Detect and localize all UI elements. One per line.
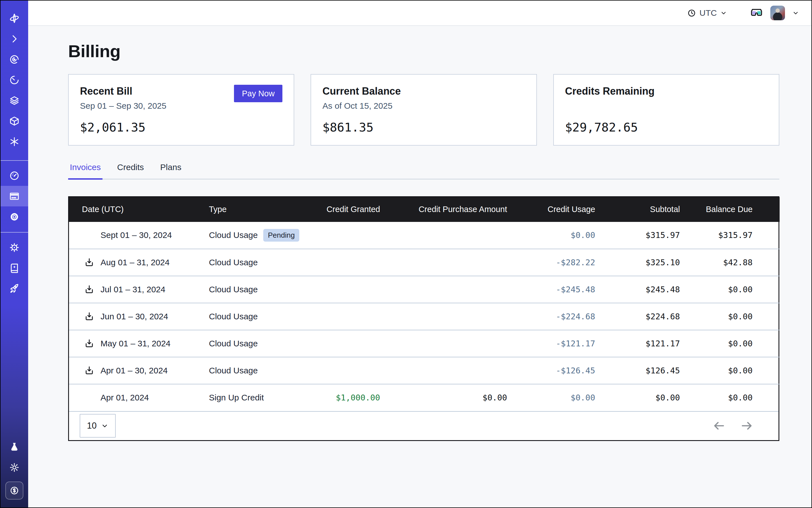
sidebar-item-services[interactable] (1, 131, 28, 152)
invoice-type-cell: Cloud Usage (209, 330, 307, 357)
sidebar-item-settings[interactable] (1, 206, 28, 227)
sidebar-item-docs[interactable] (1, 258, 28, 278)
subtotal-cell: $315.97 (595, 222, 680, 249)
sun-icon (9, 462, 20, 473)
spiral-eye-icon (9, 54, 20, 65)
sidebar-item-labs[interactable] (1, 436, 28, 457)
status-badge: Pending (263, 229, 299, 242)
invoice-type: Cloud Usage (209, 312, 258, 321)
user-menu-button[interactable] (792, 9, 799, 16)
table-row: Apr 01 – 30, 2024Cloud Usage-$126.45$126… (69, 357, 780, 384)
invoice-type: Cloud Usage (209, 258, 258, 267)
column-header: Type (209, 197, 307, 222)
download-icon (84, 311, 94, 322)
page-title: Billing (68, 41, 779, 61)
theme-toggle[interactable] (1, 457, 28, 477)
credit-purchase-cell (380, 249, 507, 276)
sidebar-item-layers[interactable] (1, 90, 28, 111)
credit-usage-cell: -$245.48 (507, 276, 595, 303)
tab-credits[interactable]: Credits (116, 163, 145, 180)
card-subtitle: As of Oct 15, 2025 (323, 101, 401, 111)
download-invoice-button[interactable] (84, 338, 94, 349)
credits-badge-button[interactable] (5, 481, 24, 500)
credit-purchase-cell (380, 303, 507, 330)
credit-purchase-cell (380, 330, 507, 357)
invoice-type-cell: Cloud Usage (209, 303, 307, 330)
table-row: Jul 01 – 31, 2024Cloud Usage-$245.48$245… (69, 276, 780, 303)
dollar-badge-icon (9, 485, 19, 496)
invoice-type: Cloud Usage (209, 339, 258, 348)
subtotal-cell: $0.00 (595, 384, 680, 411)
sidebar-item-launch[interactable] (1, 278, 28, 299)
current-balance-amount: $861.35 (323, 120, 525, 134)
download-invoice-button[interactable] (84, 311, 94, 322)
invoice-date-cell: May 01 – 31, 2024 (69, 330, 209, 357)
download-icon (84, 338, 94, 349)
timezone-selector[interactable]: UTC (687, 8, 727, 18)
invoice-type-cell: Cloud UsagePending (209, 222, 307, 249)
sidebar-expand[interactable] (1, 29, 28, 49)
credit-usage-cell: -$282.22 (507, 249, 595, 276)
book-sparkle-icon (9, 263, 20, 273)
card-title: Current Balance (323, 85, 401, 97)
download-icon (84, 366, 94, 376)
sidebar-item-billing[interactable] (1, 186, 28, 206)
invoice-date: May 01 – 31, 2024 (100, 339, 171, 348)
download-invoice-button[interactable] (84, 366, 94, 376)
balance-due-cell: $0.00 (680, 357, 780, 384)
topbar: UTC (28, 1, 811, 26)
pay-now-button[interactable]: Pay Now (234, 85, 283, 102)
tab-invoices[interactable]: Invoices (68, 163, 102, 180)
column-header: Balance Due (680, 197, 780, 222)
credit-usage-cell: $0.00 (507, 222, 595, 249)
sidebar-item-observe[interactable] (1, 49, 28, 70)
subtotal-cell: $121.17 (595, 330, 680, 357)
preview-glasses-button[interactable] (750, 6, 763, 19)
page-size-select[interactable]: 10 (80, 414, 116, 437)
download-invoice-button[interactable] (84, 257, 94, 267)
sidebar-divider (1, 160, 28, 161)
credits-remaining-amount: $29,782.65 (565, 120, 768, 134)
sidebar-item-packages[interactable] (1, 111, 28, 131)
download-invoice-button[interactable] (84, 285, 94, 295)
gear-icon (9, 211, 20, 222)
invoice-date-cell: Sept 01 – 30, 2024 (69, 222, 209, 249)
table-row: Sept 01 – 30, 2024Cloud UsagePending$0.0… (69, 222, 780, 249)
balance-due-cell: $315.97 (680, 222, 780, 249)
invoice-type-cell: Cloud Usage (209, 357, 307, 384)
invoice-type: Sign Up Credit (209, 393, 264, 403)
previous-page-button[interactable] (713, 419, 726, 432)
sidebar-item-history[interactable] (1, 70, 28, 90)
next-page-button[interactable] (740, 419, 753, 432)
user-avatar[interactable] (770, 6, 785, 20)
table-header-row: Date (UTC)TypeCredit GrantedCredit Purch… (69, 197, 780, 222)
card-title: Credits Remaining (565, 85, 655, 97)
app-logo[interactable] (1, 8, 28, 29)
invoice-date-cell: Apr 01, 2024 (69, 384, 209, 411)
credit-granted-cell (307, 276, 380, 303)
gauge-icon (9, 170, 20, 181)
recent-bill-card: Recent Bill Sep 01 – Sep 30, 2025 Pay No… (68, 74, 294, 145)
chevron-down-icon (720, 9, 727, 16)
credit-purchase-cell (380, 222, 507, 249)
column-header: Credit Usage (507, 197, 595, 222)
3d-glasses-icon (750, 6, 763, 19)
credits-remaining-card: Credits Remaining $29,782.65 (553, 74, 779, 145)
credit-granted-cell (307, 249, 380, 276)
table-row: Aug 01 – 31, 2024Cloud Usage-$282.22$325… (69, 249, 780, 276)
billing-tabs: InvoicesCreditsPlans (68, 163, 779, 179)
tab-plans[interactable]: Plans (159, 163, 183, 180)
invoice-date: Sept 01 – 30, 2024 (100, 230, 172, 240)
sidebar-item-usage[interactable] (1, 165, 28, 186)
invoice-date: Jun 01 – 30, 2024 (100, 312, 168, 321)
credit-usage-cell: -$121.17 (507, 330, 595, 357)
sidebar-item-admin[interactable] (1, 237, 28, 258)
invoice-type: Cloud Usage (209, 285, 258, 294)
balance-due-cell: $42.88 (680, 249, 780, 276)
table-row: May 01 – 31, 2024Cloud Usage-$121.17$121… (69, 330, 780, 357)
arrow-right-icon (740, 419, 753, 432)
chevron-right-icon (9, 34, 20, 44)
credit-usage-cell: $0.00 (507, 384, 595, 411)
invoice-type: Cloud Usage (209, 230, 258, 240)
current-balance-card: Current Balance As of Oct 15, 2025 $861.… (310, 74, 537, 145)
